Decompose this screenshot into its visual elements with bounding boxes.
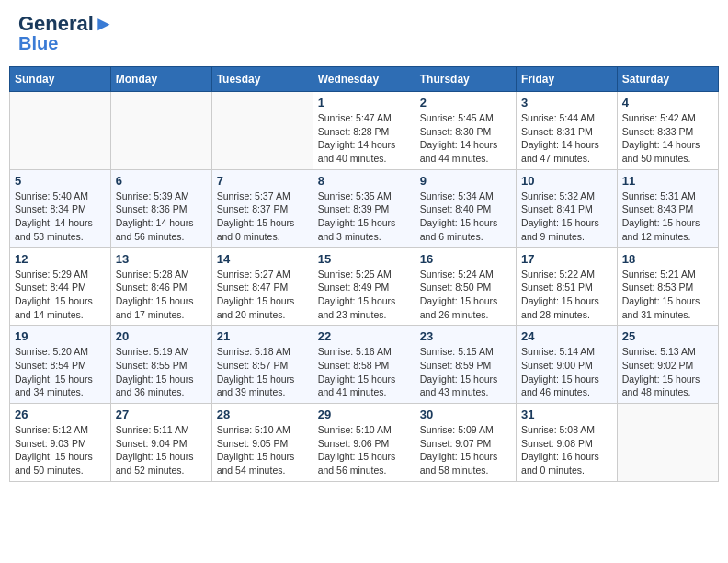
weekday-header-monday: Monday	[110, 67, 211, 92]
calendar-week-5: 26Sunrise: 5:12 AM Sunset: 9:03 PM Dayli…	[10, 404, 719, 482]
page-header: General► Blue	[9, 9, 719, 57]
day-info: Sunrise: 5:08 AM Sunset: 9:08 PM Dayligh…	[521, 423, 612, 477]
calendar-cell: 3Sunrise: 5:44 AM Sunset: 8:31 PM Daylig…	[517, 92, 618, 170]
calendar-week-3: 12Sunrise: 5:29 AM Sunset: 8:44 PM Dayli…	[10, 247, 719, 326]
calendar-cell: 8Sunrise: 5:35 AM Sunset: 8:39 PM Daylig…	[313, 169, 415, 247]
calendar-table: SundayMondayTuesdayWednesdayThursdayFrid…	[9, 66, 719, 482]
day-number: 26	[15, 408, 106, 421]
day-number: 15	[318, 252, 410, 266]
calendar-cell: 6Sunrise: 5:39 AM Sunset: 8:36 PM Daylig…	[110, 169, 211, 247]
calendar-cell: 12Sunrise: 5:29 AM Sunset: 8:44 PM Dayli…	[10, 247, 111, 326]
logo: General► Blue	[18, 14, 114, 52]
day-number: 23	[420, 329, 511, 343]
day-info: Sunrise: 5:10 AM Sunset: 9:06 PM Dayligh…	[318, 423, 410, 477]
day-info: Sunrise: 5:18 AM Sunset: 8:57 PM Dayligh…	[217, 345, 308, 399]
calendar-cell: 18Sunrise: 5:21 AM Sunset: 8:53 PM Dayli…	[617, 247, 718, 326]
day-number: 13	[116, 252, 207, 266]
day-info: Sunrise: 5:44 AM Sunset: 8:31 PM Dayligh…	[521, 111, 612, 166]
weekday-header-tuesday: Tuesday	[211, 67, 313, 92]
calendar-cell: 11Sunrise: 5:31 AM Sunset: 8:43 PM Dayli…	[617, 169, 718, 247]
weekday-header-sunday: Sunday	[10, 67, 111, 92]
day-info: Sunrise: 5:37 AM Sunset: 8:37 PM Dayligh…	[217, 190, 308, 244]
day-info: Sunrise: 5:42 AM Sunset: 8:33 PM Dayligh…	[622, 111, 713, 166]
calendar-week-4: 19Sunrise: 5:20 AM Sunset: 8:54 PM Dayli…	[10, 326, 719, 404]
calendar-cell: 7Sunrise: 5:37 AM Sunset: 8:37 PM Daylig…	[211, 169, 313, 247]
day-info: Sunrise: 5:29 AM Sunset: 8:44 PM Dayligh…	[15, 268, 106, 322]
calendar-week-1: 1Sunrise: 5:47 AM Sunset: 8:28 PM Daylig…	[10, 92, 719, 170]
day-info: Sunrise: 5:40 AM Sunset: 8:34 PM Dayligh…	[15, 190, 106, 244]
calendar-cell: 10Sunrise: 5:32 AM Sunset: 8:41 PM Dayli…	[517, 169, 618, 247]
calendar-cell	[110, 92, 211, 170]
day-info: Sunrise: 5:15 AM Sunset: 8:59 PM Dayligh…	[420, 345, 511, 399]
day-number: 11	[622, 174, 713, 188]
calendar-cell: 23Sunrise: 5:15 AM Sunset: 8:59 PM Dayli…	[415, 326, 516, 404]
day-info: Sunrise: 5:47 AM Sunset: 8:28 PM Dayligh…	[318, 111, 410, 166]
day-number: 6	[116, 174, 207, 188]
day-info: Sunrise: 5:45 AM Sunset: 8:30 PM Dayligh…	[420, 111, 511, 166]
calendar-cell: 24Sunrise: 5:14 AM Sunset: 9:00 PM Dayli…	[517, 326, 618, 404]
calendar-cell	[211, 92, 313, 170]
day-number: 30	[420, 408, 511, 421]
day-number: 22	[318, 329, 410, 343]
day-info: Sunrise: 5:09 AM Sunset: 9:07 PM Dayligh…	[420, 423, 511, 477]
day-info: Sunrise: 5:35 AM Sunset: 8:39 PM Dayligh…	[318, 190, 410, 244]
calendar-cell: 31Sunrise: 5:08 AM Sunset: 9:08 PM Dayli…	[517, 404, 618, 482]
day-number: 25	[622, 329, 713, 343]
day-info: Sunrise: 5:22 AM Sunset: 8:51 PM Dayligh…	[521, 268, 612, 322]
calendar-cell: 19Sunrise: 5:20 AM Sunset: 8:54 PM Dayli…	[10, 326, 111, 404]
day-info: Sunrise: 5:27 AM Sunset: 8:47 PM Dayligh…	[217, 268, 308, 322]
calendar-cell: 2Sunrise: 5:45 AM Sunset: 8:30 PM Daylig…	[415, 92, 516, 170]
day-number: 4	[622, 96, 713, 109]
weekday-header-wednesday: Wednesday	[313, 67, 415, 92]
day-number: 14	[217, 252, 308, 266]
calendar-cell: 25Sunrise: 5:13 AM Sunset: 9:02 PM Dayli…	[617, 326, 718, 404]
day-number: 27	[116, 408, 207, 421]
day-info: Sunrise: 5:11 AM Sunset: 9:04 PM Dayligh…	[116, 423, 207, 477]
day-number: 16	[420, 252, 511, 266]
day-info: Sunrise: 5:24 AM Sunset: 8:50 PM Dayligh…	[420, 268, 511, 322]
logo-text: General►	[18, 14, 114, 34]
calendar-cell: 5Sunrise: 5:40 AM Sunset: 8:34 PM Daylig…	[10, 169, 111, 247]
day-number: 1	[318, 96, 410, 109]
day-number: 21	[217, 329, 308, 343]
day-info: Sunrise: 5:10 AM Sunset: 9:05 PM Dayligh…	[217, 423, 308, 477]
calendar-cell: 20Sunrise: 5:19 AM Sunset: 8:55 PM Dayli…	[110, 326, 211, 404]
day-info: Sunrise: 5:21 AM Sunset: 8:53 PM Dayligh…	[622, 268, 713, 322]
day-info: Sunrise: 5:28 AM Sunset: 8:46 PM Dayligh…	[116, 268, 207, 322]
day-number: 29	[318, 408, 410, 421]
day-number: 31	[521, 408, 612, 421]
day-number: 8	[318, 174, 410, 188]
day-info: Sunrise: 5:16 AM Sunset: 8:58 PM Dayligh…	[318, 345, 410, 399]
day-info: Sunrise: 5:39 AM Sunset: 8:36 PM Dayligh…	[116, 190, 207, 244]
calendar-cell: 16Sunrise: 5:24 AM Sunset: 8:50 PM Dayli…	[415, 247, 516, 326]
day-number: 3	[521, 96, 612, 109]
calendar-cell: 21Sunrise: 5:18 AM Sunset: 8:57 PM Dayli…	[211, 326, 313, 404]
day-info: Sunrise: 5:20 AM Sunset: 8:54 PM Dayligh…	[15, 345, 106, 399]
calendar-cell: 13Sunrise: 5:28 AM Sunset: 8:46 PM Dayli…	[110, 247, 211, 326]
weekday-header-saturday: Saturday	[617, 67, 718, 92]
calendar-cell: 30Sunrise: 5:09 AM Sunset: 9:07 PM Dayli…	[415, 404, 516, 482]
day-info: Sunrise: 5:34 AM Sunset: 8:40 PM Dayligh…	[420, 190, 511, 244]
day-number: 10	[521, 174, 612, 188]
calendar-cell: 17Sunrise: 5:22 AM Sunset: 8:51 PM Dayli…	[517, 247, 618, 326]
weekday-header-thursday: Thursday	[415, 67, 516, 92]
day-info: Sunrise: 5:12 AM Sunset: 9:03 PM Dayligh…	[15, 423, 106, 477]
day-info: Sunrise: 5:13 AM Sunset: 9:02 PM Dayligh…	[622, 345, 713, 399]
day-info: Sunrise: 5:19 AM Sunset: 8:55 PM Dayligh…	[116, 345, 207, 399]
logo-text2: Blue	[18, 34, 58, 52]
calendar-cell: 4Sunrise: 5:42 AM Sunset: 8:33 PM Daylig…	[617, 92, 718, 170]
calendar-cell	[10, 92, 111, 170]
calendar-cell: 22Sunrise: 5:16 AM Sunset: 8:58 PM Dayli…	[313, 326, 415, 404]
day-info: Sunrise: 5:14 AM Sunset: 9:00 PM Dayligh…	[521, 345, 612, 399]
day-number: 17	[521, 252, 612, 266]
day-number: 5	[15, 174, 106, 188]
day-info: Sunrise: 5:32 AM Sunset: 8:41 PM Dayligh…	[521, 190, 612, 244]
calendar-cell: 26Sunrise: 5:12 AM Sunset: 9:03 PM Dayli…	[10, 404, 111, 482]
calendar-cell: 29Sunrise: 5:10 AM Sunset: 9:06 PM Dayli…	[313, 404, 415, 482]
day-number: 28	[217, 408, 308, 421]
day-number: 12	[15, 252, 106, 266]
calendar-cell: 9Sunrise: 5:34 AM Sunset: 8:40 PM Daylig…	[415, 169, 516, 247]
day-number: 9	[420, 174, 511, 188]
day-number: 18	[622, 252, 713, 266]
day-number: 24	[521, 329, 612, 343]
